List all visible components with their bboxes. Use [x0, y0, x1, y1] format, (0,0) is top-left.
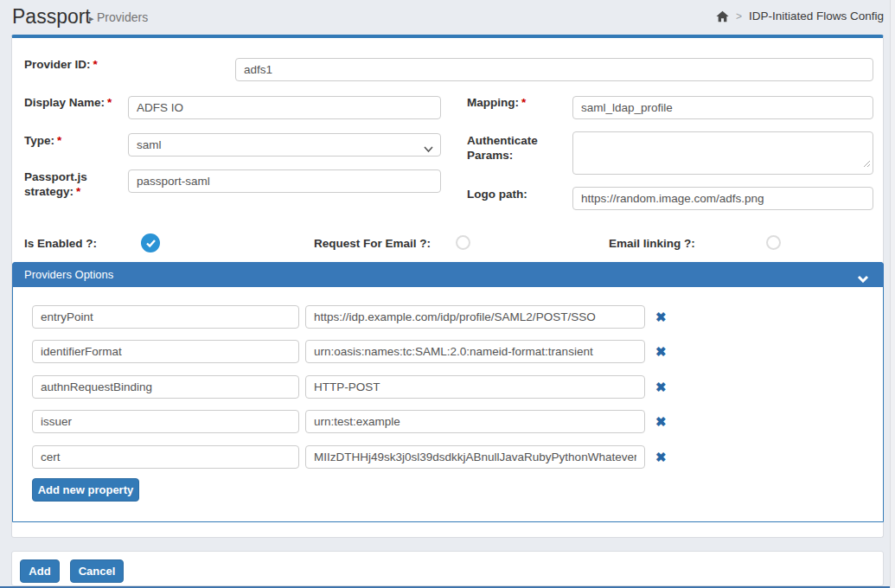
type-select-wrap: saml: [128, 133, 441, 157]
collapse-chevron-icon[interactable]: [857, 271, 869, 286]
request-for-email-label: Request For Email ?:: [314, 236, 431, 251]
passport-strategy-label: Passport.js strategy:*: [24, 169, 106, 199]
passport-strategy-input[interactable]: [128, 169, 441, 193]
breadcrumb-separator: >: [736, 10, 742, 22]
providers-options-panel: Providers Options ✖ ✖ ✖ ✖: [12, 262, 884, 522]
option-key-input[interactable]: [32, 340, 299, 363]
provider-option-row: ✖: [13, 375, 885, 399]
add-button[interactable]: Add: [20, 559, 60, 583]
delete-option-icon[interactable]: ✖: [655, 380, 667, 395]
option-value-input[interactable]: [305, 375, 645, 399]
logo-path-label: Logo path:: [467, 187, 527, 201]
provider-id-label: Provider ID:*: [24, 57, 98, 72]
page: Passport ▸ Providers > IDP-Initiated Flo…: [0, 0, 895, 588]
delete-option-icon[interactable]: ✖: [655, 450, 667, 465]
type-label: Type:*: [24, 133, 61, 148]
option-value-input[interactable]: [305, 445, 645, 469]
providers-options-header[interactable]: Providers Options: [12, 262, 884, 287]
section-arrow-icon: ▸: [89, 13, 94, 24]
option-key-input[interactable]: [32, 375, 299, 399]
action-bar: Add Cancel: [11, 551, 884, 586]
mapping-input[interactable]: [572, 96, 873, 119]
provider-option-row: ✖: [13, 410, 885, 434]
providers-options-title: Providers Options: [24, 268, 113, 281]
provider-id-input[interactable]: [235, 58, 873, 81]
authenticate-params-label: Authenticate Params:: [467, 133, 553, 163]
option-key-input[interactable]: [32, 305, 299, 329]
is-enabled-toggle[interactable]: [141, 233, 160, 252]
type-select[interactable]: saml: [128, 133, 441, 157]
add-new-property-button[interactable]: Add new property: [32, 478, 139, 502]
logo-path-input[interactable]: [572, 187, 873, 210]
is-enabled-label: Is Enabled ?:: [24, 236, 97, 251]
option-value-input[interactable]: [305, 305, 645, 329]
delete-option-icon[interactable]: ✖: [655, 414, 667, 430]
option-value-input[interactable]: [305, 410, 645, 433]
top-header: Passport ▸ Providers > IDP-Initiated Flo…: [0, 0, 895, 35]
option-value-input[interactable]: [305, 340, 645, 363]
email-linking-label: Email linking ?:: [609, 236, 695, 251]
section-title: Providers: [97, 10, 148, 24]
option-key-input[interactable]: [32, 445, 299, 469]
display-name-label: Display Name:*: [24, 95, 112, 110]
delete-option-icon[interactable]: ✖: [655, 344, 667, 360]
breadcrumb: > IDP-Initiated Flows Config: [716, 10, 884, 22]
option-key-input[interactable]: [32, 410, 299, 433]
app-title: Passport: [12, 5, 91, 29]
breadcrumb-current: IDP-Initiated Flows Config: [749, 10, 884, 22]
provider-option-row: ✖: [13, 445, 885, 470]
provider-option-row: ✖: [13, 340, 885, 364]
authenticate-params-textarea[interactable]: [572, 131, 873, 175]
delete-option-icon[interactable]: ✖: [655, 310, 667, 325]
display-name-input[interactable]: [128, 96, 441, 119]
mapping-label: Mapping:*: [467, 95, 526, 110]
scrollbar[interactable]: [890, 0, 895, 588]
authenticate-params-wrap: [572, 131, 873, 175]
request-for-email-toggle[interactable]: [456, 235, 470, 250]
provider-option-row: ✖: [13, 305, 885, 329]
home-icon[interactable]: [716, 10, 729, 22]
cancel-button[interactable]: Cancel: [70, 559, 124, 583]
email-linking-toggle[interactable]: [766, 235, 781, 250]
